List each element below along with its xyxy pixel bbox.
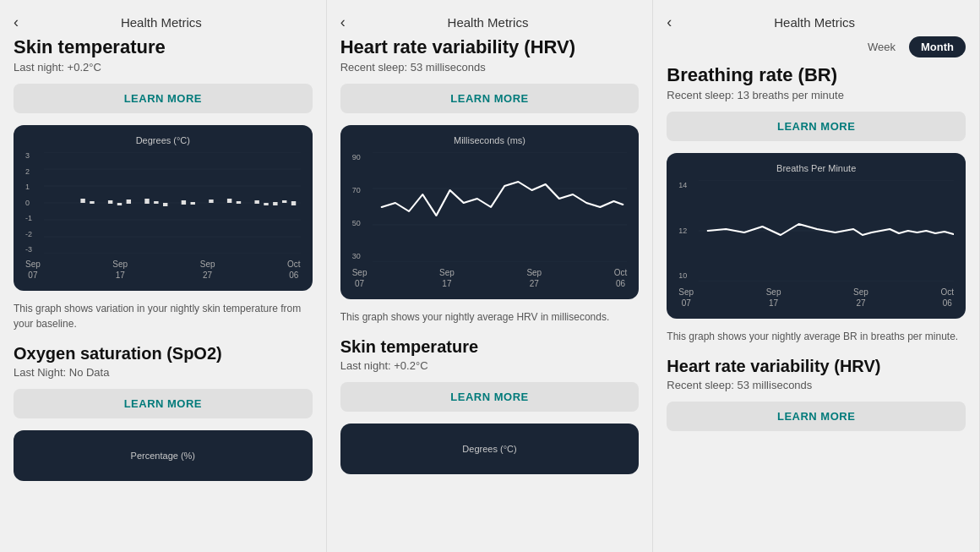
panel3-header: ‹ Health Metrics bbox=[667, 14, 966, 31]
y-label-n1: -1 bbox=[25, 215, 41, 222]
svg-rect-13 bbox=[154, 201, 158, 204]
back-arrow-1[interactable]: ‹ bbox=[14, 14, 19, 31]
svg-rect-18 bbox=[227, 199, 231, 203]
chart3-ylabels: 90 70 50 30 bbox=[352, 152, 369, 262]
metric4-subtitle: Last night: +0.2°C bbox=[340, 359, 640, 372]
chart4-preview: Degrees (°C) bbox=[340, 424, 640, 474]
svg-rect-22 bbox=[273, 202, 277, 205]
chart5: Breaths Per Minute 14 12 10 bbox=[667, 153, 966, 319]
svg-rect-8 bbox=[90, 201, 94, 204]
chart3-xlabel-4: Oct06 bbox=[614, 267, 628, 289]
metric3-subtitle: Recent sleep: 53 milliseconds bbox=[340, 61, 640, 74]
y-label-10: 10 bbox=[678, 272, 695, 280]
learn-more-btn-4[interactable]: LEARN MORE bbox=[340, 382, 640, 412]
metric5-title: Breathing rate (BR) bbox=[667, 64, 966, 86]
back-arrow-3[interactable]: ‹ bbox=[667, 14, 672, 31]
svg-rect-11 bbox=[127, 199, 131, 204]
chart5-svg-area bbox=[699, 180, 954, 281]
week-toggle[interactable]: Week bbox=[858, 36, 906, 57]
chart5-xlabel-1: Sep07 bbox=[678, 287, 694, 309]
panel-br: ‹ Health Metrics Week Month Breathing ra… bbox=[653, 0, 980, 552]
chart1-title: Degrees (°C) bbox=[25, 135, 301, 145]
svg-rect-24 bbox=[291, 201, 296, 205]
chart5-xlabel-3: Sep27 bbox=[853, 287, 868, 309]
chart2-preview: Percentage (%) bbox=[14, 430, 313, 481]
y-label-90: 90 bbox=[352, 154, 369, 161]
y-label-2: 2 bbox=[25, 168, 41, 176]
chart5-xlabel-2: Sep17 bbox=[766, 287, 781, 309]
chart1-xlabel-3: Sep27 bbox=[200, 259, 215, 281]
y-label-n3: -3 bbox=[25, 246, 41, 254]
y-label-30: 30 bbox=[352, 253, 369, 260]
metric2-title: Oxygen saturation (SpO2) bbox=[14, 343, 313, 363]
chart5-title: Breaths Per Minute bbox=[678, 163, 954, 173]
panel3-scroll: Week Month Breathing rate (BR) Recent sl… bbox=[667, 36, 966, 552]
chart5-ylabels: 14 12 10 bbox=[678, 180, 695, 281]
panel2-scroll: Heart rate variability (HRV) Recent slee… bbox=[340, 36, 640, 552]
chart1-xlabel-1: Sep07 bbox=[25, 259, 41, 281]
y-label-70: 70 bbox=[352, 187, 369, 194]
y-label-50: 50 bbox=[352, 220, 369, 227]
y-label-12: 12 bbox=[678, 227, 695, 235]
svg-rect-7 bbox=[80, 199, 84, 203]
svg-rect-14 bbox=[163, 203, 167, 206]
svg-rect-10 bbox=[117, 203, 122, 205]
chart5-xlabel-4: Oct06 bbox=[940, 287, 954, 309]
learn-more-btn-6[interactable]: LEARN MORE bbox=[667, 402, 966, 431]
panel-hrv: ‹ Health Metrics Heart rate variability … bbox=[327, 0, 654, 552]
month-toggle[interactable]: Month bbox=[909, 36, 966, 57]
chart3-xlabels: Sep07 Sep17 Sep27 Oct06 bbox=[352, 267, 628, 289]
y-label-0: 0 bbox=[25, 199, 41, 207]
metric2-subtitle: Last Night: No Data bbox=[14, 366, 313, 379]
y-label-n2: -2 bbox=[25, 231, 41, 238]
learn-more-btn-1[interactable]: LEARN MORE bbox=[14, 84, 313, 113]
chart1-desc: This graph shows variation in your night… bbox=[14, 301, 313, 331]
toggle-container: Week Month bbox=[667, 36, 966, 57]
panel3-title: Health Metrics bbox=[678, 15, 950, 30]
chart3-xlabel-2: Sep17 bbox=[439, 267, 455, 289]
panel2-header: ‹ Health Metrics bbox=[340, 14, 640, 31]
svg-rect-16 bbox=[191, 202, 195, 205]
svg-rect-15 bbox=[182, 200, 186, 205]
metric6-title: Heart rate variability (HRV) bbox=[667, 356, 966, 376]
learn-more-btn-5[interactable]: LEARN MORE bbox=[667, 112, 966, 141]
metric1-title: Skin temperature bbox=[14, 36, 313, 58]
y-label-3: 3 bbox=[25, 152, 41, 160]
chart5-desc: This graph shows your nightly average BR… bbox=[667, 329, 966, 344]
svg-rect-23 bbox=[282, 200, 286, 203]
chart1-xlabels: Sep07 Sep17 Sep27 Oct06 bbox=[25, 259, 301, 281]
svg-rect-21 bbox=[264, 203, 268, 205]
svg-rect-9 bbox=[108, 200, 112, 204]
metric3-title: Heart rate variability (HRV) bbox=[340, 36, 640, 58]
svg-rect-19 bbox=[237, 201, 241, 204]
y-label-1: 1 bbox=[25, 183, 41, 191]
chart3-xlabel-1: Sep07 bbox=[352, 267, 368, 289]
panel1-title: Health Metrics bbox=[25, 15, 297, 30]
learn-more-btn-3[interactable]: LEARN MORE bbox=[340, 84, 640, 113]
chart1: Degrees (°C) 3 2 1 0 -1 -2 -3 bbox=[14, 125, 313, 291]
chart3-desc: This graph shows your nightly average HR… bbox=[340, 309, 640, 325]
panel1-scroll: Skin temperature Last night: +0.2°C LEAR… bbox=[14, 36, 313, 552]
panel1-header: ‹ Health Metrics bbox=[14, 14, 313, 31]
metric1-subtitle: Last night: +0.2°C bbox=[14, 61, 313, 74]
chart4-preview-title: Degrees (°C) bbox=[462, 444, 516, 454]
y-label-14: 14 bbox=[678, 182, 695, 189]
svg-rect-12 bbox=[144, 199, 149, 204]
chart1-xlabel-2: Sep17 bbox=[112, 259, 128, 281]
chart3: Milliseconds (ms) 90 70 50 30 bbox=[340, 125, 640, 299]
chart1-svg-area bbox=[44, 152, 301, 254]
metric6-subtitle: Recent sleep: 53 milliseconds bbox=[667, 379, 966, 391]
chart5-xlabels: Sep07 Sep17 Sep27 Oct06 bbox=[678, 287, 954, 309]
chart1-xlabel-4: Oct06 bbox=[287, 259, 301, 281]
panel2-title: Health Metrics bbox=[352, 15, 624, 30]
back-arrow-2[interactable]: ‹ bbox=[340, 14, 346, 31]
metric4-title: Skin temperature bbox=[340, 336, 640, 357]
chart3-xlabel-3: Sep27 bbox=[526, 267, 542, 289]
chart3-svg-area bbox=[373, 152, 628, 262]
chart3-title: Milliseconds (ms) bbox=[352, 135, 628, 145]
learn-more-btn-2[interactable]: LEARN MORE bbox=[14, 389, 313, 418]
svg-rect-20 bbox=[254, 200, 259, 204]
svg-rect-17 bbox=[209, 199, 213, 203]
metric5-subtitle: Recent sleep: 13 breaths per minute bbox=[667, 89, 966, 101]
panel-skin-temp: ‹ Health Metrics Skin temperature Last n… bbox=[0, 0, 327, 552]
